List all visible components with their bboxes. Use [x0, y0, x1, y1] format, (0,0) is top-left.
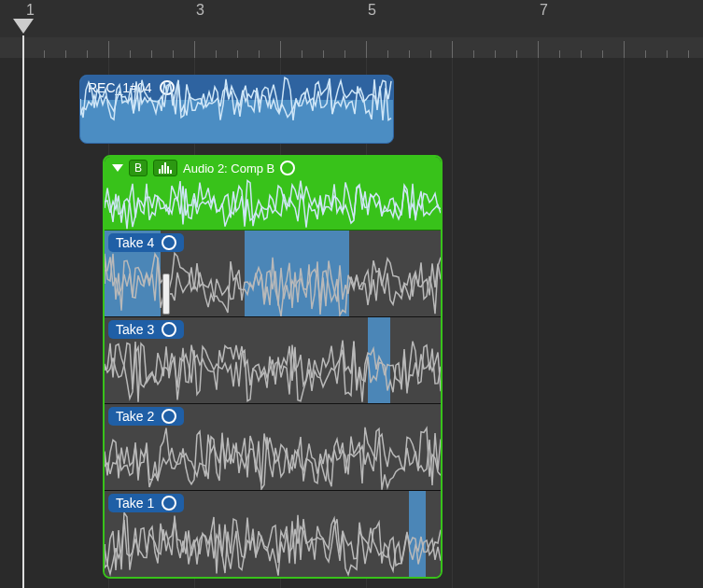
loop-icon — [162, 322, 176, 337]
waveform — [105, 338, 441, 403]
take-row[interactable]: Take 4 — [105, 231, 441, 317]
audio-region-rec[interactable]: REC_1#04 — [79, 75, 394, 144]
take-folder-header[interactable]: B Audio 2: Comp B — [105, 157, 441, 179]
take-label: Take 4 — [108, 233, 184, 252]
take-label: Take 1 — [108, 494, 184, 512]
take-name: Take 3 — [116, 322, 154, 337]
take-folder-title: Audio 2: Comp B — [183, 161, 274, 175]
playhead[interactable] — [22, 35, 24, 588]
ruler-number: 1 — [26, 2, 35, 19]
comp-preview-row[interactable] — [105, 179, 441, 231]
loop-icon — [280, 161, 295, 175]
waveform — [105, 425, 441, 490]
take-name: Take 2 — [116, 409, 154, 424]
waveform — [80, 76, 393, 122]
take-list: Take 4Take 3Take 2Take 1 — [105, 231, 441, 577]
waveform — [105, 251, 441, 316]
take-name: Take 1 — [116, 496, 154, 511]
quick-swipe-icon[interactable] — [153, 160, 177, 176]
waveform — [105, 511, 441, 577]
timeline-ruler[interactable]: 1357 — [0, 0, 703, 37]
take-name: Take 4 — [116, 235, 154, 250]
loop-icon — [162, 496, 176, 511]
comp-edit-handle[interactable] — [162, 273, 170, 315]
take-row[interactable]: Take 3 — [105, 317, 441, 404]
loop-icon — [162, 409, 176, 424]
tracks-area[interactable]: 1357 REC_1#04 B Audio 2: Comp B Take 4Ta… — [0, 0, 703, 588]
take-row[interactable]: Take 1 — [105, 491, 441, 577]
comp-letter-badge[interactable]: B — [129, 160, 148, 176]
take-folder[interactable]: B Audio 2: Comp B Take 4Take 3Take 2Take… — [103, 155, 443, 579]
take-label: Take 3 — [108, 320, 184, 339]
loop-icon — [162, 235, 176, 250]
ruler-number: 3 — [196, 2, 204, 19]
ruler-number: 5 — [368, 2, 376, 19]
take-label: Take 2 — [108, 407, 184, 426]
ruler-number: 7 — [540, 2, 548, 19]
disclosure-triangle-icon[interactable] — [112, 164, 123, 172]
take-row[interactable]: Take 2 — [105, 404, 441, 491]
ruler-ticks — [0, 37, 703, 58]
waveform — [105, 179, 441, 230]
